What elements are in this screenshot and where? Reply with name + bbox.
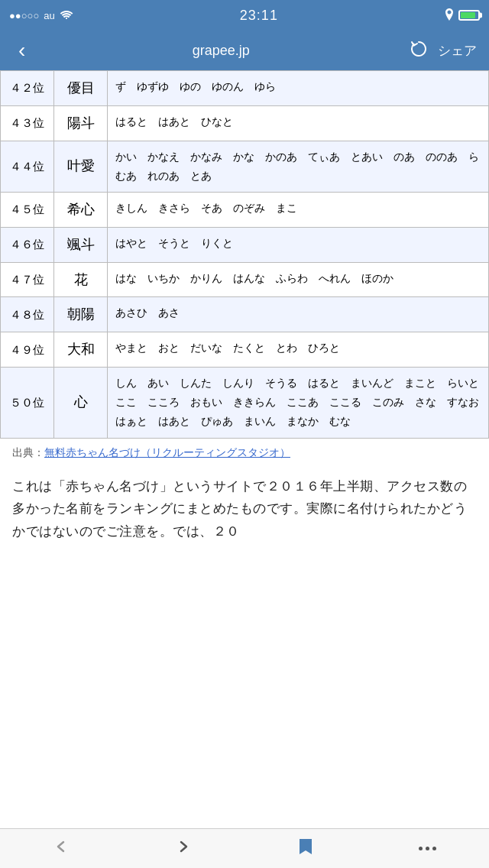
reading-cell: はやと そうと りくと	[108, 227, 489, 262]
table-row: ４４位叶愛かい かなえ かなみ かな かのあ てぃあ とあい のあ ののあ らむ…	[1, 141, 489, 192]
kanji-cell: 陽斗	[54, 105, 108, 141]
article-body: これは「赤ちゃん名づけ」というサイトで２０１６年上半期、アクセス数の多かった名前…	[0, 465, 489, 559]
reading-cell: かい かなえ かなみ かな かのあ てぃあ とあい のあ ののあ らむあ れのあ…	[108, 141, 489, 192]
table-row: ４５位希心きしん きさら そあ のぞみ まこ	[1, 192, 489, 227]
bottom-toolbar	[0, 828, 489, 868]
table-row: ４２位優目ず ゆずゆ ゆの ゆのん ゆら	[1, 71, 489, 106]
kanji-cell: 優目	[54, 71, 108, 106]
kanji-cell: 叶愛	[54, 141, 108, 192]
status-time: 23:11	[240, 8, 278, 24]
wifi-icon	[60, 9, 73, 22]
kanji-cell: 颯斗	[54, 227, 108, 262]
ranking-table: ４２位優目ず ゆずゆ ゆの ゆのん ゆら４３位陽斗はると はあと ひなと４４位叶…	[0, 70, 489, 439]
share-button[interactable]: シェア	[438, 42, 477, 60]
table-row: ４６位颯斗はやと そうと りくと	[1, 227, 489, 262]
rank-cell: ５０位	[1, 367, 54, 438]
rank-cell: ４８位	[1, 297, 54, 332]
reading-cell: やまと おと だいな たくと とわ ひろと	[108, 332, 489, 368]
kanji-cell: 大和	[54, 332, 108, 368]
nav-title: grapee.jp	[31, 43, 410, 59]
table-row: ４７位花はな いちか かりん はんな ふらわ へれん ほのか	[1, 262, 489, 297]
rank-cell: ４９位	[1, 332, 54, 368]
carrier-label: au	[44, 10, 54, 21]
reading-cell: あさひ あさ	[108, 297, 489, 332]
kanji-cell: 花	[54, 262, 108, 297]
reading-cell: しん あい しんた しんり そうる はると まいんど まこと らいと ここ ここ…	[108, 367, 489, 438]
source-prefix: 出典：	[12, 446, 44, 458]
rank-cell: ４６位	[1, 227, 54, 262]
kanji-cell: 朝陽	[54, 297, 108, 332]
kanji-cell: 希心	[54, 192, 108, 227]
table-row: ４３位陽斗はると はあと ひなと	[1, 105, 489, 141]
reading-cell: はると はあと ひなと	[108, 105, 489, 141]
status-bar: ●●○○○ au 23:11	[0, 0, 489, 31]
reload-button[interactable]	[410, 40, 427, 61]
table-row: ４９位大和やまと おと だいな たくと とわ ひろと	[1, 332, 489, 368]
status-right	[445, 8, 480, 23]
location-icon	[445, 8, 454, 23]
reading-cell: きしん きさら そあ のぞみ まこ	[108, 192, 489, 227]
nav-bar: ‹ grapee.jp シェア	[0, 31, 489, 70]
rank-cell: ４２位	[1, 71, 54, 106]
rank-cell: ４７位	[1, 262, 54, 297]
table-row: ４８位朝陽あさひ あさ	[1, 297, 489, 332]
rank-cell: ４４位	[1, 141, 54, 192]
reading-cell: ず ゆずゆ ゆの ゆのん ゆら	[108, 71, 489, 106]
article-text: これは「赤ちゃん名づけ」というサイトで２０１６年上半期、アクセス数の多かった名前…	[12, 479, 467, 539]
battery-icon	[458, 10, 480, 21]
toolbar-back-button[interactable]	[39, 834, 83, 864]
toolbar-bookmark-button[interactable]	[284, 833, 327, 865]
signal-dots: ●●○○○	[9, 10, 39, 21]
rank-cell: ４５位	[1, 192, 54, 227]
kanji-cell: 心	[54, 367, 108, 438]
source-section: 出典：無料赤ちゃん名づけ（リクルーティングスタジオ）	[0, 439, 489, 465]
source-link[interactable]: 無料赤ちゃん名づけ（リクルーティングスタジオ）	[44, 446, 290, 458]
back-button[interactable]: ‹	[12, 35, 31, 66]
rank-cell: ４３位	[1, 105, 54, 141]
table-row: ５０位心しん あい しんた しんり そうる はると まいんど まこと らいと こ…	[1, 367, 489, 438]
reading-cell: はな いちか かりん はんな ふらわ へれん ほのか	[108, 262, 489, 297]
toolbar-forward-button[interactable]	[161, 834, 206, 864]
nav-actions: シェア	[410, 40, 477, 61]
status-left: ●●○○○ au	[9, 9, 73, 22]
toolbar-more-button[interactable]	[405, 842, 450, 855]
